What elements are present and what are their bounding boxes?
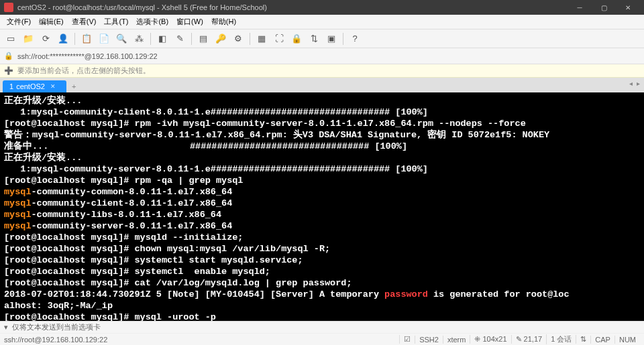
connection-string[interactable]: ssh://root:************@192.168.100.129:… [17, 52, 158, 60]
terminal-line: 1:mysql-community-server-8.0.11-1.e#####… [4, 164, 428, 174]
profile-icon[interactable]: 👤 [55, 31, 71, 47]
titlebar: centOS2 - root@localhost:/usr/local/mysq… [0, 0, 644, 15]
lock-icon[interactable]: 🔒 [288, 31, 305, 47]
close-button[interactable]: ✕ [616, 0, 640, 15]
window-title: centOS2 - root@localhost:/usr/local/mysq… [17, 3, 568, 11]
tab-index: 1 [9, 82, 13, 90]
grep-match: mysql [4, 221, 32, 231]
terminal-line: [root@localhost mysql]# mysql -uroot -p [4, 312, 216, 321]
terminal-line: alhost: 3oqR;-Ma/_ip [4, 301, 113, 311]
key-icon[interactable]: 🔑 [213, 31, 229, 47]
terminal[interactable]: 正在升级/安装... 1:mysql-community-client-8.0.… [0, 92, 644, 321]
status-cursor-value: 21,17 [524, 335, 543, 343]
color-icon[interactable]: ◧ [154, 31, 170, 47]
separator [191, 33, 192, 45]
hint-icon: ➕ [4, 66, 13, 75]
menu-tabs[interactable]: 选项卡(B) [132, 15, 172, 29]
open-icon[interactable]: 📁 [20, 31, 36, 47]
terminal-line: 准备中... #################################… [4, 141, 407, 151]
lock-status-icon: 🔒 [4, 52, 13, 60]
terminal-line: [root@localhost mysql]# rpm -ivh mysql-c… [4, 119, 526, 129]
terminal-text: -community-common-8.0.11-1.el7.x86_64 [32, 187, 233, 197]
status-termsize-value: 104x21 [482, 335, 506, 343]
session-tab-centos2[interactable]: 1 centOS2 ✕ [3, 80, 66, 92]
toolbar: ▭ 📁 ⟳ 👤 📋 📄 🔍 ⁂ ◧ ✎ ▤ 🔑 ⚙ ▦ ⛶ 🔒 ⇅ ▣ ? [0, 29, 644, 48]
tile-icon[interactable]: ▦ [254, 31, 270, 47]
copy-icon[interactable]: 📋 [78, 31, 95, 47]
font-icon[interactable]: ⁂ [131, 31, 147, 47]
tab-nav: ◂ ▸ [629, 80, 640, 87]
compose-bar[interactable]: ▾ 仅将文本发送到当前选项卡 [0, 321, 644, 333]
terminal-line: 2018-07-02T01:18:44.730291Z 5 [Note] [MY… [4, 289, 384, 299]
menubar: 文件(F) 编辑(E) 查看(V) 工具(T) 选项卡(B) 窗口(W) 帮助(… [0, 15, 644, 29]
terminal-line: 正在升级/安装... [4, 153, 82, 163]
terminal-line: [root@localhost mysql]# cat /var/log/mys… [4, 278, 352, 288]
app-icon [4, 3, 13, 12]
help-icon[interactable]: ? [347, 31, 363, 47]
grep-match: mysql [4, 198, 32, 208]
terminal-line: [root@localhost mysql]# systemctl start … [4, 255, 303, 265]
hint-bar: ➕ 要添加当前会话，点击左侧的箭头按钮。 [0, 64, 644, 78]
terminal-line: 1:mysql-community-client-8.0.11-1.e#####… [4, 107, 428, 117]
status-connection: ssh://root@192.168.100.129:22 [4, 336, 399, 344]
paste-icon[interactable]: 📄 [96, 31, 112, 47]
tab-label: centOS2 [16, 82, 45, 90]
separator [250, 33, 250, 45]
grep-match: password [384, 289, 428, 299]
tab-close-icon[interactable]: ✕ [50, 83, 56, 90]
search-icon[interactable]: 🔍 [113, 31, 129, 47]
menu-help[interactable]: 帮助(H) [207, 15, 240, 29]
fullscreen-icon[interactable]: ⛶ [271, 31, 287, 47]
status-termsize: ⁜ 104x21 [470, 335, 511, 344]
menu-file[interactable]: 文件(F) [3, 15, 35, 29]
address-bar: 🔒 ssh://root:************@192.168.100.12… [0, 48, 644, 64]
menu-window[interactable]: 窗口(W) [172, 15, 207, 29]
compose-hint: 仅将文本发送到当前选项卡 [12, 322, 101, 332]
terminal-line: [root@localhost mysql]# systemctl enable… [4, 267, 270, 277]
terminal-line: [root@localhost mysql]# rpm -qa | grep m… [4, 176, 243, 186]
tab-add-button[interactable]: + [66, 80, 81, 92]
grep-match: mysql [4, 187, 32, 197]
tab-next-icon[interactable]: ▸ [637, 80, 640, 87]
status-bar: ssh://root@192.168.100.129:22 ☑ SSH2 xte… [0, 333, 644, 345]
terminal-line: [root@localhost mysql]# mysqld --initial… [4, 232, 243, 243]
broadcast-icon[interactable]: ▣ [323, 31, 339, 47]
terminal-line: 警告：mysql-community-server-8.0.11-1.el7.x… [4, 130, 549, 140]
terminal-line: 正在升级/安装... [4, 96, 82, 106]
transfer-icon[interactable]: ⇅ [306, 31, 322, 47]
status-icon: ☑ [399, 335, 415, 344]
reconnect-icon[interactable]: ⟳ [38, 31, 54, 47]
terminal-text: -community-server-8.0.11-1.el7.x86_64 [32, 221, 233, 231]
terminal-text: is generated for root@loc [428, 289, 570, 299]
status-protocol: SSH2 [415, 336, 443, 344]
compose-menu-icon[interactable]: ▾ [4, 323, 8, 332]
terminal-text: -community-client-8.0.11-1.el7.x86_64 [32, 198, 233, 208]
status-sessions: 1 会话 [546, 334, 576, 344]
window-controls: ─ ▢ ✕ [568, 0, 640, 15]
menu-edit[interactable]: 编辑(E) [35, 15, 68, 29]
separator [74, 33, 75, 45]
grep-match: mysql [4, 210, 32, 220]
terminal-line: [root@localhost mysql]# chown mysql:mysq… [4, 244, 330, 254]
maximize-button[interactable]: ▢ [592, 0, 616, 15]
separator [343, 33, 343, 45]
tab-bar: 1 centOS2 ✕ + ◂ ▸ [0, 78, 644, 92]
terminal-text: -community-libs-8.0.11-1.el7.x86_64 [32, 210, 222, 220]
script-icon[interactable]: ▤ [195, 31, 211, 47]
tools-icon[interactable]: ⚙ [230, 31, 246, 47]
tab-prev-icon[interactable]: ◂ [629, 80, 633, 87]
status-capslock: CAP [590, 336, 614, 344]
menu-tools[interactable]: 工具(T) [100, 15, 132, 29]
menu-view[interactable]: 查看(V) [68, 15, 101, 29]
separator [150, 33, 151, 45]
highlight-icon[interactable]: ✎ [172, 31, 188, 47]
status-network-icon: ⇅ [576, 335, 590, 344]
hint-text: 要添加当前会话，点击左侧的箭头按钮。 [17, 66, 150, 76]
minimize-button[interactable]: ─ [568, 0, 592, 15]
status-numlock: NUM [614, 336, 640, 344]
status-cursor: ✎ 21,17 [511, 335, 547, 344]
new-session-icon[interactable]: ▭ [3, 31, 19, 47]
status-termtype: xterm [443, 336, 470, 344]
